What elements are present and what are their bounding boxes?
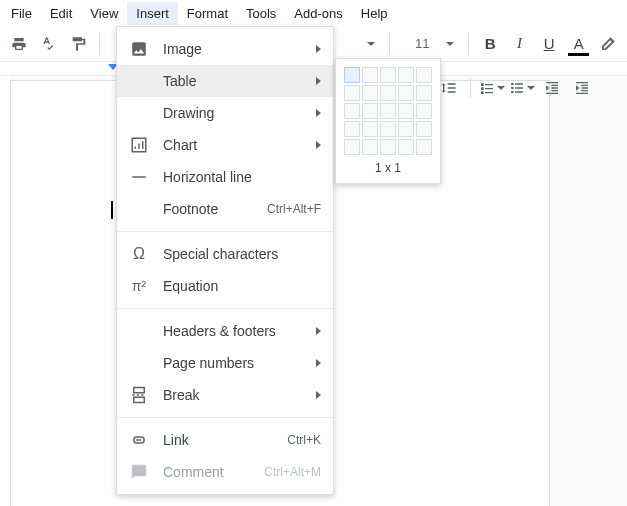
menu-item-shortcut: Ctrl+K [287, 433, 321, 447]
menu-item-label: Footnote [163, 201, 253, 217]
chevron-right-icon [316, 77, 321, 85]
chevron-right-icon [316, 327, 321, 335]
table-grid-cell[interactable] [416, 85, 432, 101]
horizontal-line-icon [129, 167, 149, 187]
menu-item-chart[interactable]: Chart [117, 129, 333, 161]
menu-item-headers-footers[interactable]: Headers & footers [117, 315, 333, 347]
print-button[interactable] [6, 31, 32, 57]
menu-item-link[interactable]: Link Ctrl+K [117, 424, 333, 456]
table-grid-cell[interactable] [398, 103, 414, 119]
table-grid[interactable] [344, 67, 432, 155]
omega-icon: Ω [129, 244, 149, 264]
bulleted-list-button[interactable] [509, 75, 535, 101]
menu-insert[interactable]: Insert [127, 2, 178, 25]
insert-menu-dropdown: Image Table Drawing Chart Horizontal lin… [116, 26, 334, 495]
bold-button[interactable]: B [477, 31, 503, 57]
table-grid-cell[interactable] [398, 67, 414, 83]
chart-icon [129, 135, 149, 155]
table-grid-cell[interactable] [416, 139, 432, 155]
table-grid-cell[interactable] [362, 67, 378, 83]
italic-button[interactable]: I [507, 31, 533, 57]
spellcheck-button[interactable] [36, 31, 62, 57]
chevron-down-icon [527, 86, 535, 90]
menu-file[interactable]: File [2, 2, 41, 25]
table-grid-cell[interactable] [398, 139, 414, 155]
menu-item-label: Image [163, 41, 302, 57]
menu-item-table[interactable]: Table [117, 65, 333, 97]
table-grid-cell[interactable] [362, 121, 378, 137]
svg-point-1 [511, 87, 514, 90]
table-grid-cell[interactable] [380, 139, 396, 155]
menu-view[interactable]: View [81, 2, 127, 25]
page-numbers-icon [129, 353, 149, 373]
menu-help[interactable]: Help [352, 2, 397, 25]
menu-item-shortcut: Ctrl+Alt+M [264, 465, 321, 479]
table-grid-cell[interactable] [344, 85, 360, 101]
menu-item-equation[interactable]: π² Equation [117, 270, 333, 302]
table-grid-cell[interactable] [416, 103, 432, 119]
text-cursor [111, 201, 113, 219]
menu-item-horizontal-line[interactable]: Horizontal line [117, 161, 333, 193]
menu-item-special-characters[interactable]: Ω Special characters [117, 238, 333, 270]
chevron-down-icon [446, 42, 454, 46]
table-grid-cell[interactable] [398, 85, 414, 101]
table-grid-cell[interactable] [362, 85, 378, 101]
table-grid-cell[interactable] [344, 139, 360, 155]
font-size-value: 11 [404, 36, 440, 51]
table-grid-cell[interactable] [398, 121, 414, 137]
menu-item-image[interactable]: Image [117, 33, 333, 65]
table-grid-cell[interactable] [344, 103, 360, 119]
table-grid-cell[interactable] [416, 67, 432, 83]
pi-icon: π² [129, 276, 149, 296]
menu-item-break[interactable]: Break [117, 379, 333, 411]
menu-addons[interactable]: Add-ons [285, 2, 351, 25]
text-color-button[interactable]: A [566, 31, 592, 57]
highlight-color-button[interactable] [595, 31, 621, 57]
chevron-right-icon [316, 359, 321, 367]
menu-divider [117, 308, 333, 309]
table-grid-cell[interactable] [380, 85, 396, 101]
menu-item-label: Break [163, 387, 302, 403]
svg-point-0 [511, 83, 514, 86]
table-grid-cell[interactable] [344, 121, 360, 137]
chevron-right-icon [316, 391, 321, 399]
menu-item-label: Headers & footers [163, 323, 302, 339]
table-grid-cell[interactable] [344, 67, 360, 83]
menu-format[interactable]: Format [178, 2, 237, 25]
svg-rect-5 [134, 388, 145, 393]
chevron-right-icon [316, 109, 321, 117]
menu-edit[interactable]: Edit [41, 2, 81, 25]
table-grid-cell[interactable] [380, 121, 396, 137]
decrease-indent-button[interactable] [539, 75, 565, 101]
underline-button[interactable]: U [536, 31, 562, 57]
table-size-picker: 1 x 1 [335, 58, 441, 184]
table-grid-cell[interactable] [362, 103, 378, 119]
toolbar-separator [389, 34, 390, 54]
table-grid-cell[interactable] [380, 103, 396, 119]
menu-item-label: Horizontal line [163, 169, 321, 185]
chevron-down-icon [497, 86, 505, 90]
menu-tools[interactable]: Tools [237, 2, 285, 25]
chevron-right-icon [316, 45, 321, 53]
table-grid-cell[interactable] [362, 139, 378, 155]
menu-item-label: Page numbers [163, 355, 302, 371]
menu-item-label: Link [163, 432, 273, 448]
menu-item-label: Table [163, 73, 302, 89]
menu-item-label: Equation [163, 278, 321, 294]
drawing-icon [129, 103, 149, 123]
image-icon [129, 39, 149, 59]
svg-point-2 [511, 91, 514, 94]
paint-format-button[interactable] [65, 31, 91, 57]
font-size-dropdown[interactable]: 11 [398, 31, 460, 57]
menu-item-drawing[interactable]: Drawing [117, 97, 333, 129]
menu-item-page-numbers[interactable]: Page numbers [117, 347, 333, 379]
font-family-dropdown[interactable] [352, 31, 382, 57]
increase-indent-button[interactable] [569, 75, 595, 101]
footnote-icon [129, 199, 149, 219]
menu-item-footnote[interactable]: Footnote Ctrl+Alt+F [117, 193, 333, 225]
svg-rect-6 [134, 397, 145, 402]
table-grid-cell[interactable] [380, 67, 396, 83]
checklist-button[interactable] [479, 75, 505, 101]
table-grid-cell[interactable] [416, 121, 432, 137]
menu-item-label: Drawing [163, 105, 302, 121]
